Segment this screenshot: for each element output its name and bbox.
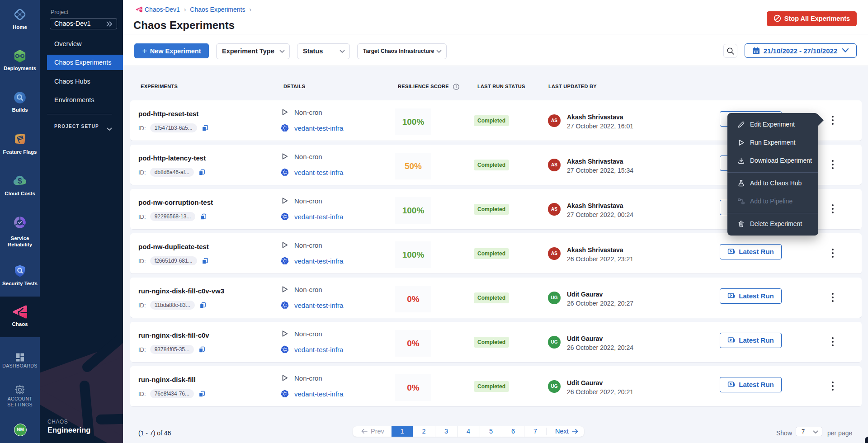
svg-text:$: $ — [18, 177, 22, 185]
